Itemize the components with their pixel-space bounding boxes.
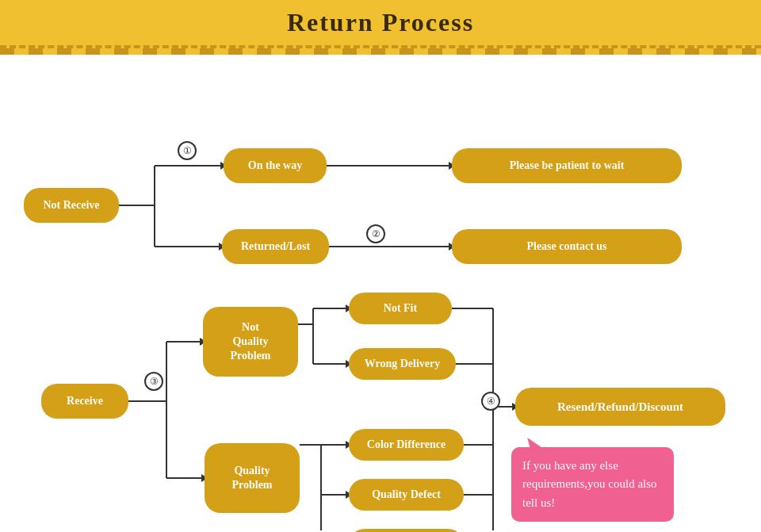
damage-box: Damage bbox=[349, 529, 464, 532]
diagram: ① ② ③ ④ Not Receive On the way Returned/… bbox=[0, 55, 761, 530]
circle-4: ④ bbox=[481, 392, 500, 411]
circle-3: ③ bbox=[144, 372, 163, 391]
quality-problem-box: Quality Problem bbox=[205, 443, 300, 513]
page-title: Return Process bbox=[0, 8, 761, 37]
not-quality-box: Not Quality Problem bbox=[203, 307, 298, 377]
header-stripe bbox=[0, 48, 761, 55]
not-fit-box: Not Fit bbox=[349, 293, 452, 324]
circle-1: ① bbox=[178, 141, 197, 160]
header: Return Process bbox=[0, 0, 761, 55]
callout-bubble: If you have any else requirements,you co… bbox=[511, 447, 674, 522]
returned-lost-box: Returned/Lost bbox=[222, 229, 329, 264]
color-difference-box: Color Difference bbox=[349, 429, 464, 461]
quality-defect-box: Quality Defect bbox=[349, 479, 464, 511]
circle-2: ② bbox=[366, 224, 385, 243]
resend-box: Resend/Refund/Discount bbox=[515, 388, 725, 426]
please-wait-box: Please be patient to wait bbox=[452, 148, 682, 183]
please-contact-box: Please contact us bbox=[452, 229, 682, 264]
not-receive-box: Not Receive bbox=[24, 188, 119, 223]
on-the-way-box: On the way bbox=[224, 148, 327, 183]
receive-box: Receive bbox=[41, 384, 128, 419]
wrong-delivery-box: Wrong Delivery bbox=[349, 348, 456, 380]
